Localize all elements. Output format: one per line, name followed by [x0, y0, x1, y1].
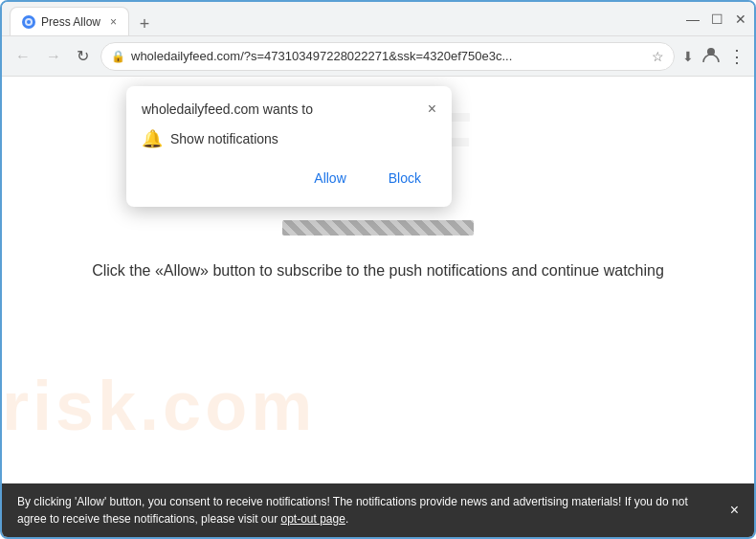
tab-favicon — [22, 15, 35, 29]
active-tab[interactable]: Press Allow × — [10, 7, 129, 35]
opt-out-link[interactable]: opt-out page — [280, 512, 345, 526]
popup-header: wholedailyfeed.com wants to × — [142, 101, 436, 117]
close-button[interactable]: ✕ — [735, 11, 746, 27]
page-center-content: Click the «Allow» button to subscribe to… — [2, 211, 754, 289]
svg-point-1 — [27, 20, 31, 24]
bell-icon: 🔔 — [142, 128, 163, 149]
popup-close-button[interactable]: × — [428, 101, 436, 117]
url-bar[interactable]: 🔒 wholedailyfeed.com/?s=4731034972280222… — [100, 42, 675, 71]
loading-bar — [282, 220, 474, 236]
maximize-button[interactable]: ☐ — [711, 11, 723, 27]
minimize-button[interactable]: — — [686, 11, 700, 27]
window-controls: — ☐ ✕ — [686, 11, 746, 27]
more-options-icon[interactable]: ⋮ — [728, 46, 745, 67]
popup-title: wholedailyfeed.com wants to — [142, 101, 313, 117]
page-message: Click the «Allow» button to subscribe to… — [73, 253, 683, 289]
popup-actions: Allow Block — [142, 165, 436, 191]
address-bar: ← → ↻ 🔒 wholedailyfeed.com/?s=4731034972… — [2, 36, 754, 77]
notification-popup: wholedailyfeed.com wants to × 🔔 Show not… — [126, 86, 452, 207]
bottom-bar-close-button[interactable]: × — [730, 502, 739, 519]
block-button[interactable]: Block — [373, 165, 436, 191]
page-content: FF risk.com Click the «Allow» button to … — [2, 77, 754, 483]
lock-icon: 🔒 — [111, 50, 125, 63]
bookmark-icon[interactable]: ☆ — [652, 49, 664, 64]
watermark-risk: risk.com — [2, 367, 316, 445]
allow-button[interactable]: Allow — [299, 165, 361, 191]
tab-close-button[interactable]: × — [110, 15, 117, 29]
new-tab-button[interactable]: + — [133, 12, 156, 35]
reload-button[interactable]: ↻ — [73, 45, 93, 67]
back-button[interactable]: ← — [11, 46, 34, 67]
profile-icon[interactable] — [701, 45, 721, 67]
address-bar-extras: ⬇ ⋮ — [682, 45, 745, 67]
popup-notification-text: Show notifications — [170, 131, 278, 146]
tab-title: Press Allow — [41, 15, 100, 29]
tab-area: Press Allow × + — [10, 2, 686, 35]
title-bar: Press Allow × + — ☐ ✕ — [2, 2, 754, 36]
bottom-notification-bar: By clicking 'Allow' button, you consent … — [2, 483, 754, 537]
url-text: wholedailyfeed.com/?s=473103497228022271… — [131, 49, 646, 63]
download-icon[interactable]: ⬇ — [682, 49, 694, 64]
browser-window: Press Allow × + — ☐ ✕ ← → ↻ 🔒 wholedaily… — [0, 0, 756, 539]
popup-body: 🔔 Show notifications — [142, 128, 436, 149]
forward-button[interactable]: → — [42, 46, 65, 67]
bottom-bar-text: By clicking 'Allow' button, you consent … — [17, 493, 715, 528]
